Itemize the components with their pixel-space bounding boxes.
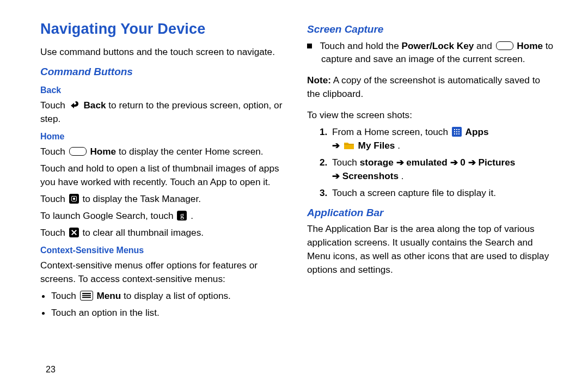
home-clear: Touch to clear all thumbnail images. [40,226,289,240]
text: Touch [40,146,68,157]
list-item: Touch a screen capture file to display i… [330,186,555,200]
text: From a Home screen, touch [332,126,451,137]
text: Touch [332,157,360,168]
page-number: 23 [46,365,56,375]
text: Touch [40,227,68,238]
application-bar-desc: The Application Bar is the area along th… [307,222,555,277]
menu-label: Menu [96,290,121,301]
text: Touch [51,290,79,301]
list-item: From a Home screen, touch Apps ➔ My File… [330,125,555,152]
subhead-back: Back [40,84,289,96]
text: and [476,40,494,51]
text: to clear all thumbnail images. [82,227,204,238]
text: Touch and hold the [320,40,401,51]
view-steps: From a Home screen, touch Apps ➔ My File… [307,125,555,200]
home-icon [69,147,87,156]
text: Touch [40,100,68,111]
back-label: Back [83,100,106,111]
power-lock-label: Power/Lock Key [402,40,474,51]
context-desc: Context-sensitive menus offer options fo… [40,259,289,286]
text: to display a list of options. [124,290,231,301]
text: Touch [40,193,68,204]
right-column: Screen Capture Touch and hold the Power/… [307,19,555,381]
back-desc: Touch Back to return to the previous scr… [40,99,289,126]
arrow-icon: ➔ [332,140,342,151]
home-label: Home [517,40,543,51]
page-title: Navigating Your Device [40,19,289,40]
text: . [191,210,193,221]
home-desc-2: Touch and hold to open a list of thumbna… [40,162,289,189]
note-text: A copy of the screenshot is automaticall… [307,75,540,99]
note-block: Note: A copy of the screenshot is automa… [307,74,555,101]
list-item: Touch an option in the list. [51,306,289,320]
context-steps: Touch Menu to display a list of options.… [40,289,289,320]
list-item: Touch Menu to display a list of options. [51,289,289,303]
section-application-bar: Application Bar [307,205,555,220]
arrow-icon: ➔ [396,157,407,168]
note-label: Note: [307,75,331,85]
myfiles-label: My Files [358,140,395,151]
back-icon [69,99,80,110]
menu-icon [80,291,93,301]
home-google: To launch Google Search, touch . [40,209,289,223]
path-emulated: emulated [406,157,447,168]
path-zero: 0 [460,157,465,168]
home-task: Touch to display the Task Manager. [40,192,289,206]
home-icon [496,41,513,50]
subhead-home: Home [40,130,289,143]
path-screenshots: Screenshots [342,170,399,181]
apps-grid-icon [452,127,462,137]
subhead-context-menus: Context-Sensitive Menus [40,244,289,256]
square-bullet-icon [307,44,312,48]
screen-capture-step: Touch and hold the Power/Lock Key and Ho… [307,39,555,66]
path-pictures: Pictures [478,157,515,168]
text: to display the Task Manager. [82,193,201,204]
folder-icon [344,142,354,150]
arrow-icon: ➔ [450,157,461,168]
list-item: Touch storage ➔ emulated ➔ 0 ➔ Pictures … [330,156,555,183]
view-lead: To view the screen shots: [307,108,555,122]
left-column: Navigating Your Device Use command butto… [40,19,289,381]
home-desc-1: Touch Home to display the center Home sc… [40,145,289,158]
manual-page: Navigating Your Device Use command butto… [0,0,588,392]
clear-thumbnails-icon [69,228,79,237]
intro-text: Use command buttons and the touch screen… [40,45,289,59]
section-screen-capture: Screen Capture [307,22,555,37]
text: To launch Google Search, touch [40,210,176,221]
arrow-icon: ➔ [332,170,342,181]
text: . [401,170,404,181]
arrow-icon: ➔ [468,157,479,168]
google-search-icon [177,211,187,220]
path-storage: storage [360,157,394,168]
task-manager-icon [69,194,79,204]
text: . [397,140,400,151]
home-label: Home [90,146,116,157]
section-command-buttons: Command Buttons [40,64,289,79]
apps-label: Apps [465,126,489,137]
text: to display the center Home screen. [119,146,264,157]
